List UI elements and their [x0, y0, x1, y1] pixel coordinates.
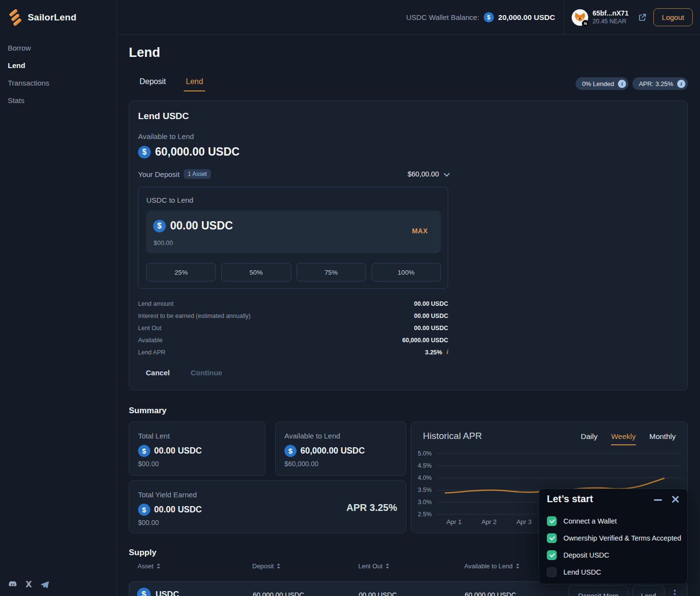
header: USDC Wallet Balance: 20,000.00 USDC N 65… [117, 0, 700, 35]
percent-100-button[interactable]: 100% [371, 263, 441, 281]
checklist-item-ownership: Ownership Verified & Terms Accepted [547, 533, 681, 543]
page-tabs: Deposit Lend [138, 77, 205, 91]
svg-text:3.5%: 3.5% [418, 487, 432, 493]
svg-text:4.5%: 4.5% [418, 462, 432, 469]
usdc-icon [153, 220, 166, 232]
deposit-value-toggle[interactable]: $60,00.00 [407, 170, 448, 178]
sidebar-item-stats[interactable]: Stats [0, 91, 117, 109]
app-root: SailorLend Borrow Lend Transactions Stat… [0, 0, 700, 596]
tab-deposit[interactable]: Deposit [138, 77, 168, 91]
sailorlend-logo-icon [4, 6, 26, 28]
usdc-to-lend-panel: USDC to Lend 00.00 USDC $00.00 MAX 25% 5… [138, 187, 448, 289]
usdc-amount-input[interactable]: 00.00 USDC $00.00 MAX [146, 210, 441, 253]
tab-daily[interactable]: Daily [581, 432, 597, 445]
column-deposit: Deposit [252, 562, 280, 570]
wallet-balance: USDC Wallet Balance: 20,000.00 USDC [406, 0, 555, 35]
logo: SailorLend [0, 0, 117, 35]
asset-count-badge: 1 Asset [184, 169, 210, 179]
tab-monthly[interactable]: Monthly [649, 432, 676, 445]
wallet-balance-label: USDC Wallet Balance: [406, 13, 479, 21]
external-link-icon[interactable] [638, 13, 647, 22]
usdc-icon [484, 12, 494, 22]
supply-heading: Supply [129, 548, 157, 558]
lend-usdc-card: Lend USDC Available to Lend 60,000.00 US… [129, 101, 688, 390]
lend-details: Lend amount00.00 USDC Interest to be ear… [138, 298, 448, 358]
chevron-down-icon [444, 170, 450, 176]
sidebar: SailorLend Borrow Lend Transactions Stat… [0, 0, 117, 596]
available-to-lend-card: Available to Lend 60,000.00 USDC $60,000… [275, 421, 406, 476]
checkbox[interactable] [547, 533, 557, 543]
checklist-item-deposit-usdc: Deposit USDC [547, 550, 609, 560]
close-icon[interactable] [671, 495, 680, 504]
metamask-avatar: N [572, 9, 588, 26]
checklist-item-lend-usdc: Lend USDC [547, 567, 601, 577]
lent-out-cell: 00.00 USDC [359, 591, 397, 596]
usdc-icon [284, 445, 297, 457]
lets-start-panel: Let’s start Connect a Wallet Ownership V… [539, 489, 688, 584]
usdc-icon [137, 588, 151, 596]
near-badge-icon: N [582, 20, 589, 27]
checklist-item-connect-wallet: Connect a Wallet [547, 516, 617, 526]
deposit-more-button[interactable]: Deposit More [568, 585, 629, 596]
max-button[interactable]: MAX [412, 227, 428, 235]
info-icon[interactable] [677, 80, 685, 88]
svg-text:2.5%: 2.5% [418, 511, 432, 518]
column-asset: Asset [138, 562, 160, 570]
tab-lend[interactable]: Lend [184, 77, 205, 91]
sidebar-item-transactions[interactable]: Transactions [0, 74, 117, 91]
sort-icon[interactable] [157, 563, 160, 569]
svg-text:Apr 2: Apr 2 [481, 518, 496, 526]
svg-text:3.0%: 3.0% [418, 499, 432, 506]
usdc-icon [138, 445, 150, 457]
page-title: Lend [129, 45, 160, 60]
header-divider [563, 0, 564, 35]
wallet-balance-value: 20,000.00 USDC [498, 13, 555, 22]
social-links: X [8, 579, 50, 589]
sort-icon[interactable] [386, 563, 389, 569]
info-icon[interactable]: i [447, 349, 448, 356]
chart-range-tabs: Daily Weekly Monthly [581, 432, 676, 445]
available-to-lend-amount: 60,000.00 USDC [138, 145, 240, 158]
detail-row: Lent Out00.00 USDC [138, 322, 448, 334]
checkbox[interactable] [547, 516, 557, 526]
account-chip[interactable]: N 65bf...nX71 20.45 NEAR [572, 0, 647, 35]
near-balance: 20.45 NEAR [593, 18, 629, 25]
percent-75-button[interactable]: 75% [297, 263, 366, 281]
telegram-icon[interactable] [40, 579, 50, 589]
sort-icon[interactable] [277, 563, 280, 569]
sort-icon[interactable] [516, 563, 519, 569]
row-menu-icon[interactable] [674, 590, 676, 596]
info-icon[interactable] [618, 80, 626, 88]
apr-value: APR 3.25% [347, 502, 398, 513]
cancel-button[interactable]: Cancel [146, 368, 170, 377]
detail-row: Available60,000.00 USDC [138, 334, 448, 346]
svg-text:4.0%: 4.0% [418, 474, 432, 481]
percent-25-button[interactable]: 25% [146, 263, 216, 281]
discord-icon[interactable] [8, 579, 18, 589]
checkbox[interactable] [547, 567, 557, 577]
checkbox[interactable] [547, 550, 557, 560]
percent-50-button[interactable]: 50% [221, 263, 291, 281]
your-deposit-row: Your Deposit 1 Asset $60,00.00 [138, 169, 448, 179]
available-cell: 60,000.00 USDC [465, 591, 516, 596]
logout-button[interactable]: Logout [653, 8, 693, 26]
sidebar-item-lend[interactable]: Lend [0, 56, 117, 74]
sidebar-item-borrow[interactable]: Borrow [0, 39, 117, 56]
lend-card-actions: Cancel Continue [146, 368, 222, 377]
total-yield-card: Total Yield Earned 00.00 USDC $00.00 APR… [129, 480, 406, 533]
usdc-icon [138, 146, 151, 158]
x-twitter-icon[interactable]: X [24, 579, 34, 589]
chart-title: Historical APR [423, 431, 482, 441]
summary-heading: Summary [129, 406, 166, 416]
your-deposit-label: Your Deposit [138, 170, 179, 178]
continue-button[interactable]: Continue [191, 368, 222, 377]
lend-button[interactable]: Lend [632, 585, 665, 596]
tab-weekly[interactable]: Weekly [611, 432, 636, 445]
lets-start-title: Let’s start [547, 493, 593, 505]
minimize-icon[interactable] [654, 499, 662, 501]
usdc-to-lend-label: USDC to Lend [146, 196, 193, 204]
column-available: Available to Lend [464, 562, 519, 570]
detail-row: Lend amount00.00 USDC [138, 298, 448, 310]
stat-badges: 0% Lended APR: 3.25% [576, 77, 688, 90]
total-lent-card: Total Lent 00.00 USDC $00.00 [129, 421, 265, 476]
